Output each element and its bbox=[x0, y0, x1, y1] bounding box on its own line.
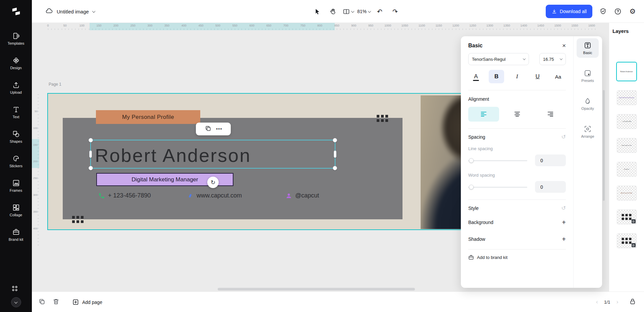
ruler-number: 400 bbox=[33, 227, 38, 230]
panel-tab-strip: Basic Presets Opacity Arrange bbox=[574, 36, 602, 288]
sidebar-item-upload[interactable]: Upload bbox=[1, 77, 31, 99]
sidebar-item-brand-kit[interactable]: Brand kit bbox=[1, 224, 31, 246]
project-title[interactable]: Untitled image bbox=[57, 9, 89, 14]
resize-handle-right[interactable] bbox=[334, 150, 336, 158]
horizontal-scrollbar[interactable] bbox=[218, 288, 415, 291]
layout-view-button[interactable] bbox=[342, 5, 355, 18]
font-size-select[interactable]: 16.75 bbox=[539, 53, 566, 65]
resize-handle-bottom-right[interactable] bbox=[333, 166, 337, 170]
layer-thumbnail[interactable]: Robert Anderson bbox=[616, 62, 637, 81]
word-spacing-slider[interactable] bbox=[468, 184, 527, 190]
add-to-brand-kit-button[interactable]: Add to brand kit bbox=[468, 255, 566, 260]
help-button[interactable] bbox=[614, 7, 622, 15]
sidebar-item-shapes[interactable]: Shapes bbox=[1, 126, 31, 148]
sidebar-item-more[interactable] bbox=[0, 282, 30, 295]
reset-spacing-icon[interactable]: ↺ bbox=[561, 134, 566, 140]
next-page-button[interactable]: › bbox=[616, 299, 619, 305]
text-case-button[interactable]: Aa bbox=[550, 70, 566, 83]
line-spacing-value[interactable]: 0 bbox=[535, 154, 566, 166]
briefcase-icon bbox=[12, 228, 20, 236]
ruler-number: 300 bbox=[147, 24, 152, 27]
sidebar-collapse-button[interactable] bbox=[11, 297, 21, 307]
add-page-label: Add page bbox=[82, 300, 102, 305]
brand-kit-label: Add to brand kit bbox=[477, 255, 507, 260]
sidebar-item-design[interactable]: Design bbox=[1, 53, 31, 74]
tab-arrange[interactable]: Arrange bbox=[577, 122, 599, 141]
italic-button[interactable]: I bbox=[509, 70, 525, 83]
resize-handle-bottom-left[interactable] bbox=[89, 166, 93, 170]
sidebar-item-templates[interactable]: Templates bbox=[1, 28, 31, 50]
underline-button[interactable]: U bbox=[530, 70, 545, 83]
profile-tag-element[interactable]: My Personal Profile bbox=[96, 110, 200, 124]
layer-thumbnail[interactable]: My Personal Profile bbox=[617, 186, 637, 200]
color-bar bbox=[473, 80, 479, 81]
layer-thumbnail[interactable]: + 123-456-7890 bbox=[617, 114, 637, 129]
add-shadow-button[interactable]: + bbox=[562, 236, 566, 242]
font-size-value: 16.75 bbox=[543, 57, 554, 62]
selection-box[interactable] bbox=[90, 140, 335, 169]
align-left-button[interactable] bbox=[468, 107, 499, 122]
lock-button[interactable] bbox=[629, 298, 636, 306]
reset-style-icon[interactable]: ↺ bbox=[561, 206, 566, 211]
bold-button[interactable]: B bbox=[489, 70, 504, 83]
decorative-squares-top-right[interactable] bbox=[377, 115, 388, 122]
app-sidebar: Templates Design Upload Text Shapes Stic… bbox=[0, 0, 32, 312]
add-background-button[interactable]: + bbox=[562, 219, 566, 226]
design-gray-rectangle[interactable] bbox=[63, 118, 402, 219]
ruler-number: 200 bbox=[113, 24, 118, 27]
layer-thumbnail[interactable] bbox=[617, 210, 637, 224]
sidebar-nav: Templates Design Upload Text Shapes Stic… bbox=[0, 28, 32, 246]
add-page-button[interactable]: Add page bbox=[72, 299, 102, 306]
layer-thumbnail[interactable] bbox=[617, 233, 637, 248]
slider-knob[interactable] bbox=[469, 185, 474, 189]
phone-contact-element[interactable]: + 123-456-7890 bbox=[98, 192, 151, 199]
select-tool-button[interactable] bbox=[311, 5, 324, 18]
font-family-select[interactable]: TenorSans-Regul bbox=[468, 53, 529, 65]
decorative-squares-bottom-left[interactable] bbox=[72, 216, 84, 223]
text-color-button[interactable]: A bbox=[468, 70, 484, 83]
person-icon bbox=[285, 192, 292, 199]
layer-thumbnail[interactable]: Digital Marketing Manager bbox=[617, 90, 637, 105]
handle-contact-element[interactable]: @capcut bbox=[285, 192, 319, 199]
delete-page-button[interactable] bbox=[53, 298, 59, 306]
settings-button[interactable]: ⚙ bbox=[629, 7, 637, 15]
tab-presets[interactable]: Presets bbox=[577, 66, 599, 86]
sidebar-item-collage[interactable]: Collage bbox=[1, 200, 31, 221]
sidebar-item-frames[interactable]: Frames bbox=[1, 175, 31, 197]
align-center-button[interactable] bbox=[502, 107, 533, 122]
line-spacing-slider[interactable] bbox=[468, 158, 527, 163]
close-icon[interactable]: × bbox=[562, 42, 566, 49]
layer-thumbnail[interactable]: @capcut bbox=[617, 162, 637, 177]
undo-button[interactable]: ↶ bbox=[373, 5, 386, 18]
sidebar-item-stickers[interactable]: Stickers bbox=[1, 151, 31, 172]
redo-button[interactable]: ↷ bbox=[389, 5, 401, 18]
tab-opacity[interactable]: Opacity bbox=[577, 94, 599, 114]
more-options-button[interactable]: ⋯ bbox=[216, 126, 222, 132]
zoom-level-button[interactable]: 81% bbox=[357, 5, 371, 18]
background-label: Background bbox=[468, 220, 493, 225]
previous-page-button[interactable]: ‹ bbox=[596, 299, 598, 305]
vertical-scrollbar[interactable] bbox=[603, 90, 605, 201]
website-contact-element[interactable]: www.capcut.com bbox=[187, 192, 242, 199]
resize-handle-left[interactable] bbox=[89, 150, 92, 158]
download-all-button[interactable]: Download all bbox=[546, 5, 592, 18]
rotate-handle[interactable]: ↻ bbox=[207, 177, 219, 188]
align-right-button[interactable] bbox=[535, 107, 566, 122]
resize-handle-top-right[interactable] bbox=[333, 138, 337, 142]
ruler-number: 1100 bbox=[419, 24, 425, 27]
duplicate-button[interactable] bbox=[205, 125, 211, 133]
project-title-chevron-icon[interactable] bbox=[92, 9, 95, 13]
briefcase-icon bbox=[468, 255, 474, 260]
chevron-down-icon bbox=[560, 57, 562, 60]
duplicate-page-button[interactable] bbox=[39, 298, 45, 306]
layer-thumbnail[interactable]: www.capcut.com bbox=[617, 138, 637, 153]
tab-basic[interactable]: Basic bbox=[577, 38, 599, 58]
ruler-number: 650 bbox=[266, 24, 271, 27]
hand-tool-button[interactable] bbox=[326, 5, 339, 18]
safety-shield-button[interactable] bbox=[599, 7, 607, 15]
resize-handle-top-left[interactable] bbox=[89, 138, 93, 142]
ruler-number: 350 bbox=[33, 210, 38, 213]
slider-knob[interactable] bbox=[469, 158, 474, 163]
word-spacing-value[interactable]: 0 bbox=[535, 181, 566, 193]
sidebar-item-text[interactable]: Text bbox=[1, 102, 31, 123]
